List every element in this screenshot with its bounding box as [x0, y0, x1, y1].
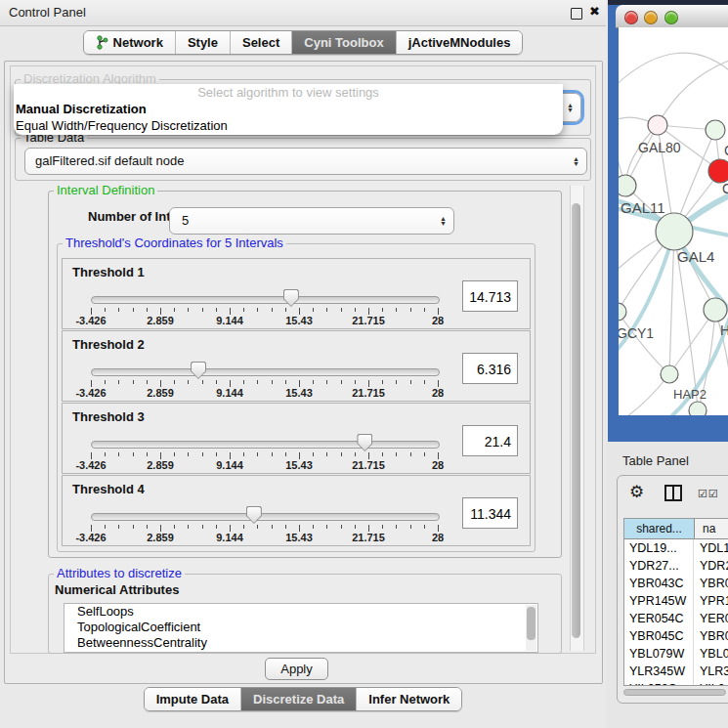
tab-jactivemnodules[interactable]: jActiveMNodules [396, 31, 523, 54]
network-edge[interactable] [619, 312, 669, 374]
apply-button[interactable]: Apply [265, 658, 328, 680]
cell-shared-name[interactable]: YDL19... [624, 539, 694, 557]
slider-tick-labels: -3.4262.8599.14415.4321.71528 [91, 532, 438, 543]
gear-icon[interactable]: ⚙ [629, 482, 644, 502]
cell-shared-name[interactable]: YBR043C [624, 575, 694, 592]
table-row[interactable]: YER054CYER0 [624, 610, 728, 627]
mac-minimize-button[interactable] [644, 11, 658, 24]
tab-cyni-toolbox[interactable]: Cyni Toolbox [291, 31, 395, 54]
column-header-shared[interactable]: shared... [624, 519, 695, 538]
network-icon [96, 35, 108, 50]
cell-shared-name[interactable]: YPR145W [624, 592, 694, 610]
cell-name[interactable]: YER0 [694, 610, 728, 627]
network-node[interactable] [619, 303, 626, 321]
algorithm-option-equal-width-frequency-discretization[interactable]: Equal Width/Frequency Discretization [14, 117, 563, 134]
tick-label: -3.426 [62, 532, 120, 543]
network-window-titlebar[interactable] [616, 5, 728, 28]
tab-network[interactable]: Network [84, 31, 175, 54]
table-row[interactable]: YDL19...YDL1 [624, 539, 728, 557]
table-hscrollbar[interactable] [623, 688, 728, 697]
number-of-intervals-combobox[interactable]: 5 ▲▼ [169, 207, 454, 235]
attributes-scrollbar[interactable] [526, 605, 536, 651]
settings-scrollbar[interactable] [570, 186, 584, 651]
cell-name[interactable]: YBR0 [694, 627, 728, 645]
cell-name[interactable]: YDL1 [694, 539, 728, 557]
numerical-attributes-list[interactable]: SelfLoopsTopologicalCoefficientBetweenne… [64, 603, 538, 653]
tab-discretize-data[interactable]: Discretize Data [240, 688, 356, 710]
slider-thumb[interactable] [283, 289, 299, 307]
tab-select[interactable]: Select [230, 31, 291, 54]
network-node[interactable] [656, 213, 693, 250]
numerical-attributes-label: Numerical Attributes [52, 583, 182, 597]
table-row[interactable]: YLR345WYLR3 [624, 663, 728, 680]
slider-thumb[interactable] [357, 434, 372, 451]
cell-shared-name[interactable]: YIL052C [624, 680, 694, 686]
table-columns-icon[interactable] [664, 485, 682, 501]
cell-shared-name[interactable]: YLR345W [624, 663, 694, 680]
table-row[interactable]: YBL079WYBL0 [624, 645, 728, 663]
tick-label: 28 [408, 315, 467, 326]
close-icon[interactable]: ✖ [589, 4, 600, 19]
algorithm-placeholder: Select algorithm to view settings [14, 84, 563, 101]
threshold-value-field[interactable]: 11.344 [462, 497, 518, 529]
combo-stepper-icon: ▲▼ [573, 156, 579, 166]
slider-track[interactable] [91, 296, 440, 304]
network-node[interactable] [648, 115, 667, 135]
tab-style[interactable]: Style [175, 31, 230, 54]
table-row[interactable]: YBR045CYBR0 [624, 627, 728, 645]
cell-shared-name[interactable]: YDR27... [624, 557, 694, 575]
table-row[interactable]: YDR27...YDR2 [624, 557, 728, 575]
threshold-value-field[interactable]: 14.713 [462, 280, 518, 312]
tab-impute-data[interactable]: Impute Data [145, 688, 240, 710]
mac-close-button[interactable] [624, 11, 638, 24]
table-data-combobox[interactable]: galFiltered.sif default node ▲▼ [24, 148, 587, 175]
threshold-value-field[interactable]: 21.4 [462, 425, 518, 456]
slider-thumb[interactable] [191, 362, 206, 379]
slider-track[interactable] [91, 368, 440, 376]
checkbox-icons[interactable]: ☑☑ [698, 488, 719, 500]
table-row[interactable]: YIL052CYIL0 [624, 680, 728, 686]
network-graph: GAL80GACGAL11GAL4GCY1HHAP2 [619, 27, 728, 415]
network-node-label: GAL4 [677, 248, 714, 265]
cell-shared-name[interactable]: YER054C [624, 610, 694, 627]
network-node[interactable] [704, 298, 727, 321]
node-attribute-table[interactable]: shared... na YDL19...YDL1YDR27...YDR2YBR… [623, 518, 728, 686]
algorithm-option-manual-discretization[interactable]: Manual Discretization [14, 101, 563, 117]
network-node[interactable] [708, 159, 728, 183]
slider-tick-labels: -3.4262.8599.14415.4321.71528 [91, 459, 438, 471]
cell-name[interactable]: YBR0 [694, 575, 728, 592]
threshold-value-field[interactable]: 6.316 [462, 353, 518, 384]
float-window-icon[interactable] [571, 8, 582, 20]
interval-group-title: Interval Definition [54, 184, 157, 197]
cell-shared-name[interactable]: YBL079W [624, 645, 694, 663]
network-node[interactable] [619, 175, 636, 196]
table-row[interactable]: YBR043CYBR0 [624, 575, 728, 592]
slider-track[interactable] [91, 441, 440, 449]
cell-name[interactable]: YPR1 [694, 592, 728, 610]
attribute-item-betweennesscentrality[interactable]: BetweennessCentrality [64, 635, 537, 651]
network-canvas[interactable]: GAL80GACGAL11GAL4GCY1HHAP2 [619, 27, 728, 415]
attribute-item-topologicalcoefficient[interactable]: TopologicalCoefficient [64, 620, 537, 635]
network-edge[interactable] [619, 53, 728, 88]
slider-thumb[interactable] [246, 506, 262, 524]
attribute-item-selfloops[interactable]: SelfLoops [64, 604, 537, 620]
cell-name[interactable]: YBL0 [694, 645, 728, 663]
tab-infer-network[interactable]: Infer Network [356, 688, 461, 710]
cell-name[interactable]: YLR3 [694, 663, 728, 680]
tick-label: 2.859 [131, 532, 190, 543]
network-node[interactable] [661, 365, 678, 383]
network-edge[interactable] [658, 59, 728, 125]
network-node[interactable] [706, 120, 725, 140]
network-node[interactable] [689, 402, 707, 415]
mac-zoom-button[interactable] [664, 11, 678, 24]
slider-track[interactable] [91, 513, 440, 521]
column-header-name[interactable]: na [695, 519, 728, 538]
cell-shared-name[interactable]: YBR045C [624, 627, 694, 645]
bottom-tabbar: Impute DataDiscretize DataInfer Network [0, 687, 606, 711]
slider-ticks [91, 308, 438, 315]
network-edge[interactable] [669, 232, 674, 374]
cell-name[interactable]: YDR2 [694, 557, 728, 575]
tick-label: 9.144 [200, 315, 259, 326]
table-row[interactable]: YPR145WYPR1 [624, 592, 728, 610]
cell-name[interactable]: YIL0 [694, 680, 728, 686]
